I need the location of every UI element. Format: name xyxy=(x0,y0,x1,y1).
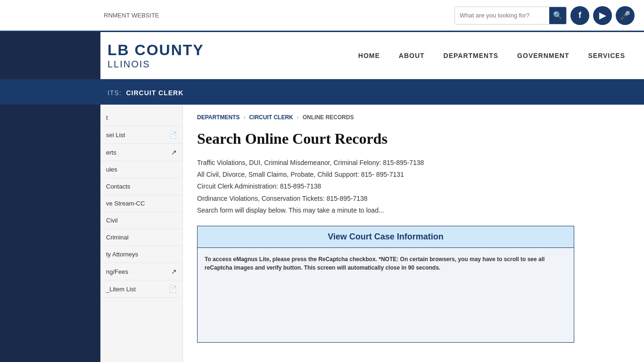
search-button[interactable]: 🔍 xyxy=(549,7,566,24)
sidebar-item-text-6: Civil xyxy=(106,217,177,224)
logo-state: LLINOIS xyxy=(107,59,204,70)
govt-label: RNMENT WEBSITE xyxy=(104,12,159,19)
logo-area: LB COUNTY LLINOIS xyxy=(107,41,204,70)
breadcrumb: DEPARTMENTS › CIRCUIT CLERK › ONLINE REC… xyxy=(197,114,630,121)
info-line-3: Ordinance Violations, Conservation Ticke… xyxy=(197,193,630,205)
info-line-0: Traffic Violations, DUI, Criminal Misdem… xyxy=(197,157,630,169)
nav-about[interactable]: ABOUT xyxy=(399,52,425,59)
nav-home[interactable]: HOME xyxy=(358,52,380,59)
top-bar: RNMENT WEBSITE 🔍 f ▶ 🎤 xyxy=(0,0,644,32)
search-container: 🔍 xyxy=(454,7,567,25)
sidebar-item-0[interactable]: t xyxy=(100,109,182,126)
court-case-title: View Court Case Information xyxy=(328,232,444,241)
page-title: Search Online Court Records xyxy=(197,130,630,148)
sidebar: t sel List 📄 erts ↗ ules Contacts ve Str… xyxy=(100,105,183,362)
external-icon-2: ↗ xyxy=(171,148,177,156)
breadcrumb-circuit-clerk[interactable]: CIRCUIT CLERK xyxy=(249,114,293,121)
dept-banner-text: ITS: CIRCUIT CLERK xyxy=(107,89,183,97)
search-input[interactable] xyxy=(455,7,549,24)
info-line-1: All Civil, Divorce, Small Claims, Probat… xyxy=(197,169,630,181)
sidebar-item-text-7: Criminal xyxy=(106,234,177,241)
sidebar-item-10[interactable]: _Litem List 📄 xyxy=(100,280,182,298)
main-content: DEPARTMENTS › CIRCUIT CLERK › ONLINE REC… xyxy=(183,105,644,362)
sidebar-item-5[interactable]: ve Stream-CC xyxy=(100,195,182,212)
mic-button[interactable]: 🎤 xyxy=(616,6,635,25)
sidebar-item-text-3: ules xyxy=(106,166,177,173)
sidebar-item-9[interactable]: ng/Fees ↗ xyxy=(100,263,182,280)
sidebar-item-8[interactable]: ty Attorneys xyxy=(100,246,182,263)
header: LB COUNTY LLINOIS HOME ABOUT DEPARTMENTS… xyxy=(100,32,644,79)
sidebar-item-2[interactable]: erts ↗ xyxy=(100,144,182,161)
sidebar-item-text-0: t xyxy=(106,114,177,121)
sidebar-item-text-1: sel List xyxy=(106,132,169,139)
breadcrumb-sep-1: › xyxy=(243,114,245,121)
nav-departments[interactable]: DEPARTMENTS xyxy=(444,52,499,59)
pdf-icon-1: 📄 xyxy=(169,131,177,139)
dept-banner: ITS: CIRCUIT CLERK xyxy=(100,81,644,105)
nav-services[interactable]: SERVICES xyxy=(588,52,625,59)
pdf-icon-10: 📄 xyxy=(169,285,177,293)
breadcrumb-sep-2: › xyxy=(297,114,299,121)
top-bar-right: 🔍 f ▶ 🎤 xyxy=(454,6,635,25)
breadcrumb-departments[interactable]: DEPARTMENTS xyxy=(197,114,239,121)
external-icon-9: ↗ xyxy=(171,268,177,275)
sidebar-item-text-2: erts xyxy=(106,149,171,156)
youtube-button[interactable]: ▶ xyxy=(593,6,612,25)
sidebar-item-1[interactable]: sel List 📄 xyxy=(100,126,182,144)
court-case-body: To access eMagnus Lite, please press the… xyxy=(198,248,574,342)
logo-county: LB COUNTY xyxy=(107,41,204,59)
main-nav: HOME ABOUT DEPARTMENTS GOVERNMENT SERVIC… xyxy=(358,52,625,59)
sidebar-item-3[interactable]: ules xyxy=(100,161,182,178)
sidebar-item-text-4: Contacts xyxy=(106,183,177,190)
top-bar-left: RNMENT WEBSITE xyxy=(0,12,159,19)
sidebar-item-4[interactable]: Contacts xyxy=(100,178,182,195)
sidebar-item-7[interactable]: Criminal xyxy=(100,229,182,246)
left-dark-panel xyxy=(0,105,100,362)
nav-government[interactable]: GOVERNMENT xyxy=(517,52,569,59)
breadcrumb-current: ONLINE RECORDS xyxy=(303,114,354,121)
court-case-note: To access eMagnus Lite, please press the… xyxy=(205,255,567,272)
sidebar-item-text-10: _Litem List xyxy=(106,286,169,293)
info-text: Traffic Violations, DUI, Criminal Misdem… xyxy=(197,157,630,216)
court-case-box: View Court Case Information To access eM… xyxy=(197,226,574,343)
sidebar-item-text-9: ng/Fees xyxy=(106,268,171,275)
info-line-4: Search form will display below. This may… xyxy=(197,205,630,216)
info-line-2: Circuit Clerk Administration: 815-895-71… xyxy=(197,181,630,192)
court-case-header: View Court Case Information xyxy=(198,226,574,248)
facebook-button[interactable]: f xyxy=(570,6,589,25)
sidebar-item-text-8: ty Attorneys xyxy=(106,251,177,258)
sidebar-item-text-5: ve Stream-CC xyxy=(106,200,177,207)
sidebar-item-6[interactable]: Civil xyxy=(100,212,182,229)
